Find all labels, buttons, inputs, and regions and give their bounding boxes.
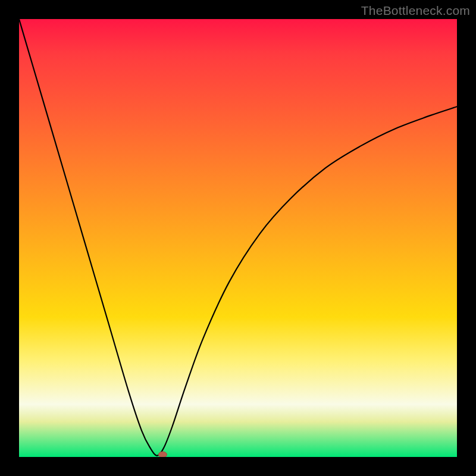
watermark-text: TheBottleneck.com (361, 4, 470, 18)
chart-plot-area (19, 19, 457, 457)
chart-svg (19, 19, 457, 457)
lowest-bottleneck-marker (158, 452, 167, 457)
bottleneck-curve (19, 19, 457, 456)
